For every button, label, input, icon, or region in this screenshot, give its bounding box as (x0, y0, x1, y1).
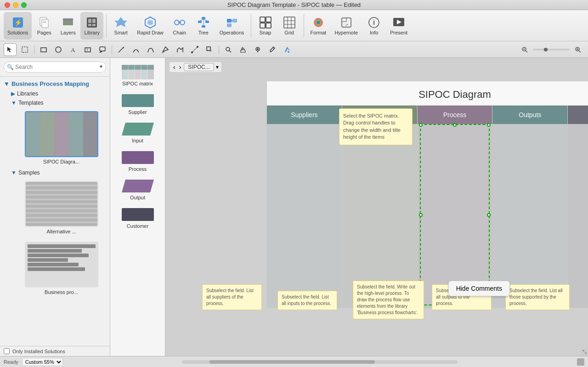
maximize-button[interactable] (21, 2, 27, 8)
stamp-tool[interactable] (251, 43, 264, 56)
tree-icon (197, 16, 210, 29)
template-alt[interactable]: Alternative ... (13, 177, 110, 238)
text-tool[interactable]: A (67, 43, 79, 56)
tree-button[interactable]: Tree (192, 12, 215, 40)
eyedropper-tool[interactable] (266, 43, 279, 56)
grid-button[interactable]: Grid (278, 12, 301, 40)
svg-rect-27 (227, 19, 232, 23)
svg-text:⚡: ⚡ (14, 19, 22, 27)
body-inputs[interactable] (342, 124, 417, 308)
only-installed: Only Installed Solutions (0, 346, 110, 356)
status-scroll (67, 360, 573, 364)
template-biz[interactable]: Business pro... (13, 238, 110, 299)
comment-inputs: Subselect the field. List all inputs to … (277, 291, 337, 310)
svg-rect-74 (122, 65, 154, 70)
arc-tool[interactable] (130, 43, 142, 56)
pages-button[interactable]: Pages (33, 12, 56, 40)
library-button[interactable]: Library (80, 12, 103, 40)
rapid-draw-button[interactable]: Rapid Draw (133, 12, 167, 40)
only-installed-checkbox[interactable] (4, 348, 10, 354)
svg-point-59 (197, 46, 198, 48)
hand-tool[interactable] (237, 43, 249, 56)
separator-3 (304, 14, 304, 37)
fill-tool[interactable] (281, 43, 294, 56)
col-customer: Customer (567, 106, 588, 308)
pen-tool[interactable] (159, 43, 172, 56)
shape-customer[interactable]: Customer (110, 204, 165, 232)
bezier-tool[interactable] (144, 43, 157, 56)
expand-button[interactable] (581, 349, 588, 356)
sipoc-table: Suppliers Inputs Process (266, 105, 588, 308)
svg-marker-85 (122, 180, 154, 192)
svg-marker-14 (114, 17, 127, 27)
crop-tool[interactable] (203, 43, 216, 56)
samples-item[interactable]: ▼ Samples (7, 168, 110, 177)
layers-button[interactable]: Layers (57, 12, 79, 40)
col-process: Process ↺ (417, 106, 492, 308)
shape-input[interactable]: Input (110, 119, 165, 147)
callout-tool[interactable] (96, 43, 109, 56)
info-button[interactable]: i Info (362, 12, 385, 40)
top-toolbar: ⚡ Solutions Pages Layers Library Smart R… (0, 10, 588, 41)
connector-tool[interactable] (188, 43, 201, 56)
zoom-in-button[interactable] (571, 43, 584, 56)
canvas-tab[interactable]: SIPOC... (184, 63, 214, 71)
snap-button[interactable]: Snap (254, 12, 277, 40)
canvas-back-button[interactable]: ‹ (172, 63, 176, 71)
shape-output[interactable]: Output (110, 175, 165, 204)
smart-button[interactable]: Smart (109, 12, 132, 40)
line-tool[interactable] (115, 43, 128, 56)
svg-rect-50 (41, 48, 46, 52)
zoom-select[interactable]: Custom 55% 25% 50% 75% 100% 150% 200% (22, 358, 63, 366)
separator-1 (106, 14, 107, 37)
marquee-tool[interactable] (18, 43, 31, 56)
present-button[interactable]: Present (386, 12, 411, 40)
canvas-tab-dropdown[interactable]: ▾ (216, 64, 219, 70)
supplier-thumb (122, 94, 154, 107)
hide-comments-button[interactable]: Hide Comments (448, 281, 510, 296)
chain-button[interactable]: Chain (168, 12, 191, 40)
zoom-slider[interactable] (533, 49, 570, 51)
zoom-thumb[interactable] (544, 48, 548, 51)
textbox-tool[interactable]: T (81, 43, 94, 56)
canvas-forward-button[interactable]: › (178, 63, 182, 71)
hypernote-icon: ↗ (340, 16, 353, 29)
search-icon: 🔍 (7, 64, 14, 70)
svg-rect-7 (63, 21, 73, 23)
poly-tool[interactable] (174, 43, 187, 56)
close-button[interactable] (5, 2, 10, 8)
magic-wand-icon[interactable]: ✦ (99, 63, 103, 70)
format-button[interactable]: Format (307, 12, 330, 40)
ellipse-tool[interactable] (52, 43, 65, 56)
corner-resizer[interactable] (577, 358, 584, 366)
zoom-view-tool[interactable] (222, 43, 235, 56)
templates-item[interactable]: ▼ Templates (7, 98, 110, 107)
svg-rect-8 (63, 18, 73, 21)
rect-tool[interactable] (37, 43, 50, 56)
select-tool[interactable] (4, 43, 17, 56)
solutions-button[interactable]: ⚡ Solutions (4, 12, 32, 40)
col-suppliers: Suppliers (267, 106, 342, 308)
libraries-item[interactable]: ▶ Libraries (7, 89, 110, 98)
body-suppliers[interactable] (267, 124, 342, 308)
canvas-area[interactable]: ‹ › SIPOC... ▾ Select the SIPOC matrix. … (165, 58, 588, 356)
shape-supplier[interactable]: Supplier (110, 90, 165, 119)
body-process[interactable]: ↺ (418, 124, 492, 308)
body-customer[interactable] (568, 124, 588, 308)
template-sipoc[interactable]: SIPOC Diagra... (13, 107, 110, 168)
section-bpm[interactable]: ▼ Business Process Mapping (0, 79, 110, 89)
operations-button[interactable]: Operations (216, 12, 248, 40)
shape-process[interactable]: Process (110, 147, 165, 175)
scrollbar-horizontal[interactable] (182, 360, 458, 364)
svg-rect-76 (128, 70, 135, 79)
hypernote-button[interactable]: ↗ Hypernote (331, 12, 362, 40)
body-outputs[interactable] (492, 124, 567, 308)
process-thumb (122, 151, 154, 164)
minimize-button[interactable] (13, 2, 18, 8)
zoom-out-button[interactable] (518, 43, 531, 56)
svg-text:A: A (71, 46, 75, 53)
chain-icon (173, 16, 186, 29)
shape-sipoc-matrix[interactable]: SIPOC matrix (110, 62, 165, 90)
search-input[interactable] (4, 62, 106, 73)
secondary-toolbar: A T (0, 41, 588, 58)
